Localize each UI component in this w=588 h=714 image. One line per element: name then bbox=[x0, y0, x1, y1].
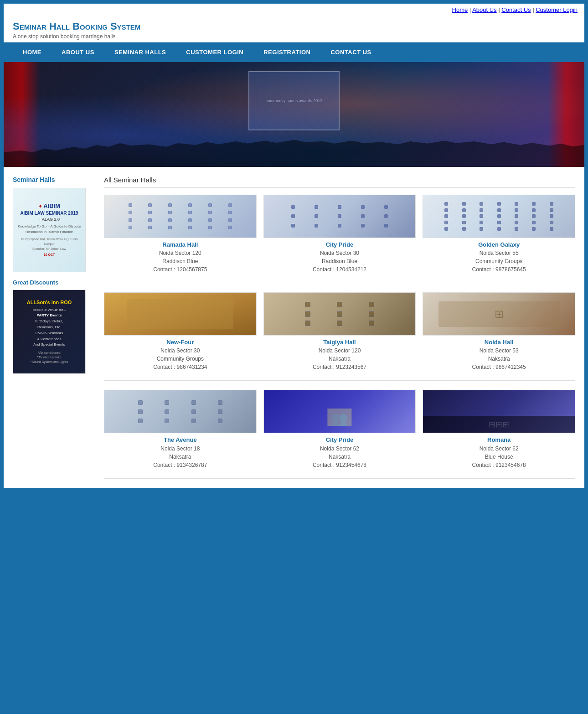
hall-card-3: New-Four Noida Sector 30 Community Group… bbox=[104, 292, 257, 371]
content-section-title: All Seminar Halls bbox=[104, 176, 156, 184]
hall-contact-4: Contact : 9123243567 bbox=[263, 363, 416, 371]
main-nav: HOME ABOUT US SEMINAR HALLS CUSTOMER LOG… bbox=[4, 42, 584, 62]
hall-contact-7: Contact : 9123454678 bbox=[263, 461, 416, 469]
nav-home[interactable]: HOME bbox=[13, 42, 52, 62]
sidebar-ad-1: ✦ AIBIM AIBIM LAW SEMINAR 2019 + ALAG 2.… bbox=[13, 188, 86, 272]
hall-line2-3: Noida Sector 30 bbox=[104, 347, 257, 355]
hall-name-4[interactable]: Taigiya Hall bbox=[263, 338, 416, 347]
topbar-contact-link[interactable]: Contact Us bbox=[501, 6, 531, 13]
hall-line3-7: Naksatra bbox=[263, 453, 416, 461]
hall-card-8: ⊞⊞⊞ Romana Noida Sector 62 Blue House Co… bbox=[423, 390, 575, 469]
nav-registration[interactable]: REGISTRATION bbox=[253, 42, 320, 62]
hall-contact-6: Contact : 9134326787 bbox=[104, 461, 257, 469]
hall-line2-4: Noida Sector 120 bbox=[263, 347, 416, 355]
hall-line2-2: Noida Sector 55 bbox=[423, 249, 575, 257]
nav-contact[interactable]: CONTACT US bbox=[320, 42, 381, 62]
sidebar-ad2-logo: ALLSon's inn ROO bbox=[27, 300, 72, 305]
content-area: All Seminar Halls bbox=[104, 176, 575, 488]
hall-image-8: ⊞⊞⊞ bbox=[423, 390, 575, 433]
hall-line3-8: Blue House bbox=[423, 453, 575, 461]
hall-contact-5: Contact : 9867412345 bbox=[423, 363, 575, 371]
hall-card-2: Golden Galaxy Noida Sector 55 Community … bbox=[423, 195, 575, 274]
hall-name-2[interactable]: Golden Galaxy bbox=[423, 241, 575, 249]
row-divider-2 bbox=[104, 380, 575, 381]
sidebar-ad1-title: AIBIM LAW SEMINAR 2019 bbox=[20, 211, 78, 216]
hall-name-5[interactable]: Noida Hall bbox=[423, 338, 575, 347]
hero-banner: community sports awards 2012 bbox=[4, 62, 584, 167]
hall-image-4 bbox=[263, 292, 416, 336]
topbar-login-link[interactable]: Customer Login bbox=[536, 6, 578, 13]
sidebar-ad2-extra: *Air-conditioned *TV and Karaoke *Sound … bbox=[31, 351, 68, 364]
hall-contact-1: Contact : 1204534212 bbox=[263, 265, 416, 274]
site-title: Seminar Hall Booking System bbox=[13, 21, 575, 32]
hall-name-0[interactable]: Ramada Hall bbox=[104, 241, 257, 249]
hall-image-6 bbox=[104, 390, 257, 433]
row-divider-1 bbox=[104, 283, 575, 283]
nav-seminar-halls[interactable]: SEMINAR HALLS bbox=[104, 42, 176, 62]
hall-grid: Ramada Hall Noida Sector 120 Raddison Bl… bbox=[104, 195, 575, 479]
hall-line2-5: Noida Sector 53 bbox=[423, 347, 575, 355]
hall-line2-1: Noida Sector 30 bbox=[263, 249, 416, 257]
topbar-about-link[interactable]: About Us bbox=[472, 6, 496, 13]
main-content-wrapper: Seminar Halls ✦ AIBIM AIBIM LAW SEMINAR … bbox=[13, 176, 575, 488]
hall-contact-0: Contact : 1204567875 bbox=[104, 265, 257, 274]
hall-image-0 bbox=[104, 195, 257, 238]
hall-card-6: The Avenue Noida Sector 18 Naksatra Cont… bbox=[104, 390, 257, 469]
hall-card-0: Ramada Hall Noida Sector 120 Raddison Bl… bbox=[104, 195, 257, 274]
hall-image-2 bbox=[423, 195, 575, 238]
top-bar: Home | About Us | Contact Us | Customer … bbox=[4, 4, 584, 16]
hall-name-6[interactable]: The Avenue bbox=[104, 436, 257, 444]
hall-line2-0: Noida Sector 120 bbox=[104, 249, 257, 257]
hall-image-5: ⊞ bbox=[423, 292, 575, 336]
sidebar-ad1-details: Multipurpose Hall, Iclam M'sla HQ Kuala … bbox=[17, 237, 82, 258]
hall-line3-0: Raddison Blue bbox=[104, 257, 257, 265]
hall-contact-3: Contact : 9867431234 bbox=[104, 363, 257, 371]
hall-card-1: City Pride Noida Sector 30 Raddison Blue… bbox=[263, 195, 416, 274]
hall-line2-8: Noida Sector 62 bbox=[423, 445, 575, 453]
hall-image-3 bbox=[104, 292, 257, 336]
hall-name-3[interactable]: New-Four bbox=[104, 338, 257, 347]
hall-card-4: Taigiya Hall Noida Sector 120 Naksatra C… bbox=[263, 292, 416, 371]
nav-about[interactable]: ABOUT US bbox=[52, 42, 104, 62]
site-subtitle: A one stop solution booking marriage hal… bbox=[13, 33, 575, 40]
hall-name-1[interactable]: City Pride bbox=[263, 241, 416, 249]
sidebar-section2-title: Great Discounts bbox=[13, 279, 95, 286]
hall-contact-2: Contact : 9878675645 bbox=[423, 265, 575, 274]
topbar-home-link[interactable]: Home bbox=[452, 6, 468, 13]
sidebar-ad1-subtitle: + ALAG 2.0 bbox=[39, 217, 60, 222]
sidebar: Seminar Halls ✦ AIBIM AIBIM LAW SEMINAR … bbox=[13, 176, 95, 488]
hall-line3-5: Naksatra bbox=[423, 355, 575, 363]
header: Seminar Hall Booking System A one stop s… bbox=[4, 16, 584, 42]
hall-line3-4: Naksatra bbox=[263, 355, 416, 363]
sidebar-section1-title: Seminar Halls bbox=[13, 176, 95, 183]
hall-contact-8: Contact : 9123454678 bbox=[423, 461, 575, 469]
hall-line3-3: Community Groups bbox=[104, 355, 257, 363]
sidebar-ad1-body: Knowledge To Go – A Guide to Dispute Res… bbox=[17, 224, 82, 234]
hall-line3-6: Naksatra bbox=[104, 453, 257, 461]
nav-customer-login[interactable]: CUSTOMER LOGIN bbox=[176, 42, 253, 62]
hall-line2-7: Noida Sector 62 bbox=[263, 445, 416, 453]
main-container: Home | About Us | Contact Us | Customer … bbox=[4, 4, 584, 488]
hall-name-8[interactable]: Romana bbox=[423, 436, 575, 444]
hall-line3-2: Community Groups bbox=[423, 257, 575, 265]
hero-screen: community sports awards 2012 bbox=[248, 71, 340, 130]
sidebar-ad-2: ALLSon's inn ROO book our venue for... P… bbox=[13, 290, 86, 374]
hall-line3-1: Raddison Blue bbox=[263, 257, 416, 265]
outer-wrapper: Home | About Us | Contact Us | Customer … bbox=[0, 0, 588, 714]
hall-line2-6: Noida Sector 18 bbox=[104, 445, 257, 453]
hall-image-1 bbox=[263, 195, 416, 238]
row-divider-3 bbox=[104, 478, 575, 479]
content-header: All Seminar Halls bbox=[104, 176, 575, 188]
hall-name-7[interactable]: City Pride bbox=[263, 436, 416, 444]
hall-card-5: ⊞ Noida Hall Noida Sector 53 Naksatra Co… bbox=[423, 292, 575, 371]
sidebar-ad1-logo: ✦ AIBIM bbox=[38, 202, 60, 209]
sidebar-ad2-lines: book our venue for... PARTY Events Birth… bbox=[33, 307, 66, 348]
hall-card-7: 👥 City Pride Noida Sector 62 Naksatra Co… bbox=[263, 390, 416, 469]
hall-image-7: 👥 bbox=[263, 390, 416, 433]
